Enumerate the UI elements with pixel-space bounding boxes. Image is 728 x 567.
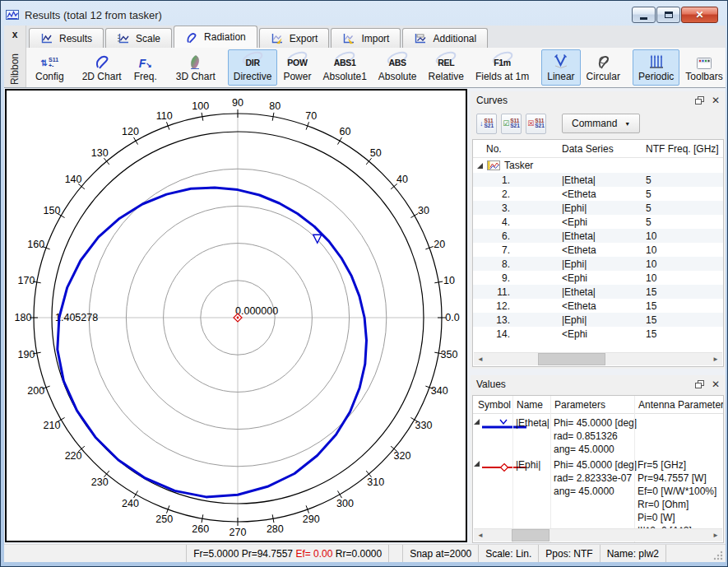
scroll-left-icon[interactable]: ◄ (474, 356, 487, 363)
directive-button[interactable]: DIRDirective (228, 49, 278, 86)
resize-grip[interactable] (713, 551, 723, 560)
angle-label: 80 (269, 100, 281, 112)
col-name[interactable]: Name (512, 399, 550, 411)
float-panel-icon[interactable] (695, 380, 704, 388)
col-no[interactable]: No. (473, 143, 558, 155)
curves-row[interactable]: 14.<Ephi15 (473, 327, 723, 341)
select-all-curves-button[interactable]: ☑S11S21 (501, 114, 522, 134)
ribbon-close-button[interactable]: x (12, 26, 18, 40)
tab-import[interactable]: Import (331, 28, 401, 48)
2d-chart-button[interactable]: 2D Chart (77, 49, 128, 86)
curves-row[interactable]: 6.|Etheta|10 (473, 229, 723, 243)
title-bar[interactable]: Results (total 12 from tasker) (6, 5, 563, 25)
col-symbol[interactable]: Symbol (473, 399, 512, 411)
angle-label: 310 (367, 476, 384, 488)
additional-chart-icon (414, 33, 427, 44)
app-chart-icon (6, 9, 20, 21)
tab-label: Radiation (204, 31, 246, 43)
angle-label: 180 (15, 312, 32, 323)
config-sparams-icon: ⇅S11+- (37, 52, 62, 70)
curves-row[interactable]: 3.|Ephi|5 (473, 201, 723, 215)
linear-button[interactable]: Linear (541, 49, 580, 86)
curves-table: No. Data Series NTF Freq. [GHz] Tasker 1… (472, 139, 724, 367)
tab-label: Additional (433, 33, 476, 44)
curves-rows: 1.|Etheta|52.<Etheta53.|Ephi|54.<Ephi56.… (473, 173, 723, 341)
import-sparams-button[interactable]: ↓S11S21 (476, 114, 497, 134)
config-button[interactable]: ⇅S11+-Config (30, 49, 70, 86)
tab-results[interactable]: Results (29, 28, 104, 48)
angle-label: 230 (91, 476, 109, 488)
expander-icon[interactable] (477, 163, 483, 169)
scroll-right-icon[interactable]: ► (709, 356, 722, 363)
angle-label: 100 (192, 100, 209, 112)
polar-plot-canvas[interactable]: 0.01020304050607080901001101201301401501… (7, 91, 466, 541)
button-label: Circular (587, 71, 620, 82)
angle-tick (338, 490, 342, 498)
tasker-group-row[interactable]: Tasker (473, 158, 723, 173)
ribbon: x Ribbon ResultsScaleRadiationExportImpo… (4, 26, 726, 88)
curves-row[interactable]: 8.|Ephi|10 (473, 257, 723, 271)
scroll-thumb[interactable] (538, 353, 605, 365)
curves-row[interactable]: 12.<Etheta15 (473, 299, 723, 313)
status-rr: Rr=0.0000 (336, 548, 382, 560)
curves-row[interactable]: 9.<Ephi10 (473, 271, 723, 285)
curves-row[interactable]: 11.|Etheta|15 (473, 285, 723, 299)
absolute-button[interactable]: ABSAbsolute (373, 49, 423, 86)
status-freq-readout: Fr=5.0000 Pr=94.7557 Ef= 0.00 Rr=0.0000 (186, 545, 388, 562)
maximize-button[interactable] (656, 7, 680, 23)
etheta-cursor-marker[interactable] (313, 235, 322, 243)
values-row[interactable]: |Ephi|Phi= 45.0000 [deg]rad= 2.82333e-07… (473, 456, 723, 537)
col-antenna-parameters[interactable]: Antenna Parameters (634, 399, 724, 411)
tab-radiation[interactable]: Radiation (174, 26, 257, 48)
close-panel-icon[interactable]: ✕ (712, 96, 720, 105)
circular-button[interactable]: Circular (581, 49, 626, 86)
values-row[interactable]: |Etheta|Phi= 45.0000 [deg]rad= 0.851326a… (473, 414, 723, 456)
periodic-button[interactable]: Periodic (633, 49, 679, 86)
angle-label: 130 (91, 147, 109, 159)
command-dropdown[interactable]: Command ▼ (562, 114, 640, 133)
col-ntf-freq[interactable]: NTF Freq. [GHz] (642, 143, 723, 155)
power-button[interactable]: POWPower (277, 49, 317, 86)
angle-label: 280 (267, 523, 284, 535)
values-panel-titlebar: Values ✕ (471, 375, 726, 393)
3d-chart-button[interactable]: 3D Chart (170, 49, 221, 86)
values-hscrollbar[interactable]: ◄ ► (474, 528, 722, 541)
deselect-all-curves-button[interactable]: ☒S11S21 (526, 114, 546, 134)
values-panel: Values ✕ Symbol Name Parameters Antenna … (471, 375, 726, 543)
relative-button[interactable]: RELRelative (423, 49, 470, 86)
toolbars-button[interactable]: Toolbars (679, 49, 728, 86)
col-parameters[interactable]: Parameters (550, 399, 634, 411)
polar-plot[interactable]: 0.01020304050607080901001101201301401501… (5, 89, 467, 542)
fields-at-1m-button[interactable]: F1mFields at 1m (470, 49, 535, 86)
scroll-right-icon[interactable]: ► (709, 532, 722, 539)
curves-row[interactable]: 2.<Etheta5 (473, 187, 723, 201)
angle-label: 110 (156, 110, 173, 122)
tab-additional[interactable]: Additional (402, 28, 488, 48)
col-data-series[interactable]: Data Series (558, 143, 642, 155)
curves-row[interactable]: 7.<Etheta10 (473, 243, 723, 257)
curves-hscrollbar[interactable]: ◄ ► (474, 352, 722, 365)
values-table: Symbol Name Parameters Antenna Parameter… (472, 395, 724, 543)
expander-icon[interactable] (474, 461, 480, 467)
power-icon: POW (285, 52, 309, 70)
scroll-thumb[interactable] (512, 529, 549, 541)
directive-icon: DIR (240, 52, 265, 70)
expander-icon[interactable] (474, 419, 480, 425)
absolute1-button[interactable]: ABS1Absolute1 (317, 49, 372, 86)
tab-export[interactable]: Export (259, 28, 330, 48)
curves-row[interactable]: 1.|Etheta|5 (473, 173, 723, 187)
freq-button[interactable]: F↘Freq. (128, 49, 164, 86)
scroll-left-icon[interactable]: ◄ (474, 532, 487, 539)
minimize-button[interactable] (632, 7, 656, 23)
close-panel-icon[interactable]: ✕ (712, 380, 720, 388)
angle-label: 220 (65, 450, 82, 462)
curves-row[interactable]: 13.|Ephi|15 (473, 313, 723, 327)
close-button[interactable]: ✕ (681, 7, 718, 23)
tab-scale[interactable]: Scale (105, 28, 172, 48)
angle-label: 40 (396, 174, 408, 185)
angle-label: 50 (370, 147, 382, 159)
float-panel-icon[interactable] (695, 96, 704, 105)
curves-row[interactable]: 4.<Ephi5 (473, 215, 723, 229)
status-ppos: Ppos: NTF (538, 545, 599, 562)
relative-icon: REL (434, 52, 458, 70)
